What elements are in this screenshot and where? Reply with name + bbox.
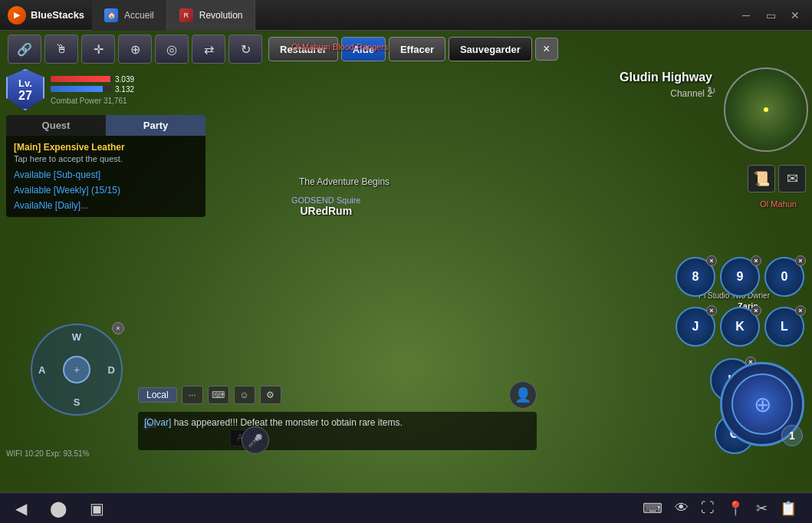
eye-icon[interactable]: 👁	[675, 500, 689, 516]
scissors-icon[interactable]: ✂	[756, 500, 768, 517]
sub-quest-item[interactable]: Available [Sub-quest]	[14, 169, 198, 180]
restaurer-button[interactable]: Restaurer	[268, 37, 338, 61]
bottom-nav: ◀ ⬤ ▣	[15, 499, 104, 518]
joystick-close-btn[interactable]: ×	[112, 322, 124, 334]
restore-button[interactable]: ▭	[760, 6, 781, 25]
tab-accueil[interactable]: 🏠 Accueil	[92, 0, 167, 31]
daily-quest-item[interactable]: AvailaNle [Daily]...	[14, 200, 198, 211]
nav-recent-btn[interactable]: ▣	[90, 499, 104, 518]
mail-icon-btn[interactable]: ✉	[778, 165, 806, 192]
toolbar-swap-btn[interactable]: ⇄	[192, 35, 225, 64]
joystick-dir-d: D	[108, 364, 115, 376]
joystick-outer[interactable]: × W A S D +	[31, 324, 123, 416]
keyboard-icon[interactable]: ⌨	[643, 500, 662, 517]
skill-btn-l[interactable]: L ×	[764, 307, 804, 347]
skill-9-close[interactable]: ×	[751, 255, 761, 266]
topbar: ▶ BlueStacks 🏠 Accueil R Revolution ─ ▭ …	[0, 0, 812, 31]
hp-value: 3.039	[115, 75, 138, 84]
tab-revolution-label: Revolution	[199, 10, 243, 21]
main-quest-desc: Tap here to accept the quest.	[14, 154, 198, 163]
chat-box: [Olvar] has appeared!!! Defeat the monst…	[138, 412, 537, 450]
weekly-quest-item[interactable]: Available [Weekly] (15/15)	[14, 185, 198, 196]
toolbar-refresh-btn[interactable]: ↻	[228, 35, 262, 64]
mp-bar	[51, 86, 112, 92]
tab-party-label: Party	[143, 120, 169, 131]
chat-tabs: Local ··· ⌨ ☺ ⚙ 👤	[138, 381, 537, 409]
chat-message: [Olvar] has appeared!!! Defeat the monst…	[144, 416, 531, 429]
skill-btn-8[interactable]: 8 ×	[676, 257, 715, 297]
level-shield: Lv. 27	[6, 69, 44, 110]
nav-home-btn[interactable]: ⬤	[50, 499, 67, 518]
combat-power: Combat Power 31,761	[51, 97, 138, 105]
location-icon[interactable]: 📍	[727, 500, 744, 517]
popup-buttons: Restaurer Aide Effacer Sauvegarder ×	[268, 37, 558, 61]
clipboard-icon[interactable]: 📋	[780, 500, 797, 517]
quest-tabs: Quest Party	[6, 115, 205, 136]
chat-emote-btn[interactable]: ☺	[234, 386, 255, 404]
app-logo: ▶ BlueStacks	[0, 6, 92, 25]
joystick-dir-w: W	[72, 331, 81, 343]
joystick-dir-a: A	[38, 364, 45, 376]
skill-8-close[interactable]: ×	[706, 255, 717, 266]
player-stats: Lv. 27 3.039 3.132 Combat Power	[6, 69, 138, 110]
skill-k-close[interactable]: ×	[751, 305, 761, 316]
popup-close-button[interactable]: ×	[535, 38, 558, 61]
effacer-button[interactable]: Effacer	[389, 37, 445, 61]
minimap-refresh-btn[interactable]: ↻	[707, 84, 716, 97]
chat-tab-local[interactable]: Local	[138, 387, 177, 403]
close-button[interactable]: ✕	[784, 6, 806, 25]
skill-btn-9[interactable]: 9 ×	[720, 257, 760, 297]
skill-l-close[interactable]: ×	[795, 305, 806, 316]
mp-value: 3.132	[115, 85, 138, 94]
sauvegarder-button[interactable]: Sauvegarder	[449, 37, 532, 61]
mic-btn[interactable]: 🎤	[242, 426, 269, 454]
tab-party[interactable]: Party	[106, 115, 205, 136]
toolbar-move-btn[interactable]: ✛	[81, 35, 115, 64]
chat-message-text: has appeared!!! Defeat the monster to ob…	[174, 417, 403, 428]
toolbar-cursor-btn[interactable]: 🖱	[44, 35, 78, 64]
num-badge[interactable]: 1	[781, 425, 803, 446]
bluestacks-icon: ▶	[8, 6, 26, 25]
skill-j-close[interactable]: ×	[706, 305, 717, 316]
quest-panel: Quest Party [Main] Expensive Leather Tap…	[6, 115, 205, 217]
chat-right-icons: 👤	[509, 381, 537, 409]
minimize-button[interactable]: ─	[735, 6, 757, 25]
tab-quest[interactable]: Quest	[6, 115, 106, 136]
main-quest-title[interactable]: [Main] Expensive Leather	[14, 142, 198, 153]
aide-button[interactable]: Aide	[341, 37, 386, 61]
level-label: Lv.	[18, 77, 32, 89]
skill-0-label: 0	[781, 270, 788, 284]
toolbar-target-btn[interactable]: ◎	[155, 35, 189, 64]
skill-btn-k[interactable]: K ×	[720, 307, 760, 347]
party-icon-btn[interactable]: 👤	[509, 381, 537, 409]
scroll-icon-btn[interactable]: 📜	[748, 165, 775, 192]
tab-accueil-label: Accueil	[124, 10, 154, 21]
chat-keyboard-btn[interactable]: ⌨	[208, 386, 229, 404]
tab-revolution[interactable]: R Revolution	[167, 0, 256, 31]
skill-btn-j[interactable]: J ×	[676, 307, 715, 347]
toolbar-crosshair-btn[interactable]: ⊕	[118, 35, 152, 64]
chat-options-btn[interactable]: ···	[182, 386, 203, 404]
screen-icon[interactable]: ⛶	[701, 500, 715, 516]
combat-power-value: 31,761	[104, 97, 127, 105]
hp-fill	[51, 76, 110, 82]
bottom-right-icons: ⌨ 👁 ⛶ 📍 ✂ 📋	[643, 500, 797, 517]
player-level-badge: Lv. 27 3.039 3.132 Combat Power	[6, 69, 138, 110]
joystick-dir-s: S	[74, 396, 81, 408]
hp-bar	[51, 76, 112, 82]
skill-btn-0[interactable]: 0 ×	[764, 257, 804, 297]
skill-9-label: 9	[737, 270, 744, 284]
toolbar-link-btn[interactable]: 🔗	[8, 35, 41, 64]
nav-back-btn[interactable]: ◀	[15, 499, 27, 518]
big-skill-inner: ⊕	[731, 373, 793, 435]
bottom-bar: ◀ ⬤ ▣ ⌨ 👁 ⛶ 📍 ✂ 📋	[0, 492, 812, 523]
hud-icon-row: 📜 ✉	[748, 165, 806, 192]
level-info: 3.039 3.132 Combat Power 31,761	[51, 75, 138, 105]
chat-settings-btn[interactable]: ⚙	[260, 386, 281, 404]
toolbar-row: 🔗 🖱 ✛ ⊕ ◎ ⇄ ↻ Restaurer Aide Effacer Sau…	[0, 35, 812, 64]
skill-l-label: L	[781, 320, 788, 334]
mp-bar-container: 3.132	[51, 85, 138, 94]
combat-power-label: Combat Power	[51, 97, 101, 105]
skill-0-close[interactable]: ×	[795, 255, 806, 266]
skill-row-1: 8 × 9 × 0 ×	[676, 257, 804, 297]
